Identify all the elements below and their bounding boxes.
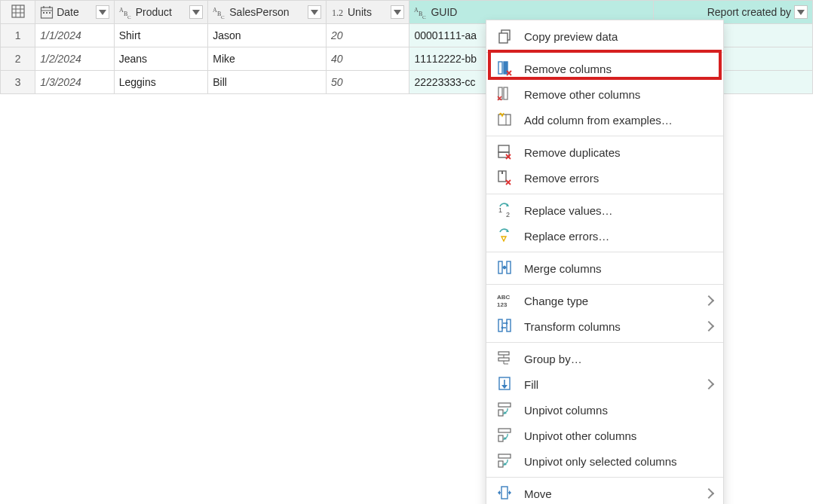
copy-icon [497,28,514,44]
remove-duplicates-icon [497,144,514,160]
column-label: Product [136,6,187,18]
remove-errors-icon [497,170,514,186]
text-type-icon [119,5,133,19]
cell-units[interactable]: 40 [326,47,409,71]
filter-button[interactable] [96,5,109,19]
menu-replace-values[interactable]: Replace values… [486,197,723,223]
column-label: Units [348,6,388,18]
row-number: 3 [1,71,35,94]
menu-fill[interactable]: Fill [486,371,723,397]
cell-product[interactable]: Jeans [114,47,208,71]
column-label: Report created by [658,6,791,18]
cell-units[interactable]: 20 [326,24,409,47]
column-label: GUID [431,6,649,18]
menu-remove-duplicates[interactable]: Remove duplicates [486,139,723,165]
menu-move[interactable]: Move [486,481,723,504]
chevron-right-icon [704,379,714,389]
group-by-icon [497,350,514,367]
menu-merge-columns[interactable]: Merge columns [486,255,723,281]
chevron-right-icon [704,295,714,306]
unpivot-icon [497,453,514,469]
row-number: 1 [1,24,35,47]
cell-date[interactable]: 1/2/2024 [35,47,114,71]
change-type-icon [497,292,514,309]
menu-add-column-from-examples[interactable]: Add column from examples… [486,107,723,133]
row-selector-header[interactable] [1,1,35,24]
replace-values-icon [497,202,514,218]
menu-change-type[interactable]: Change type [486,288,723,313]
chevron-right-icon [704,488,714,499]
transform-columns-icon [497,318,514,334]
cell-salesperson[interactable]: Bill [208,71,327,94]
add-column-icon [497,111,514,128]
cell-product[interactable]: Shirt [114,24,208,47]
cell-product[interactable]: Leggins [114,71,208,94]
column-header-date[interactable]: Date [35,1,114,24]
move-icon [497,485,514,502]
menu-separator [486,342,723,343]
unpivot-icon [497,427,514,444]
text-type-icon [213,5,226,19]
filter-button[interactable] [391,5,404,19]
menu-transform-columns[interactable]: Transform columns [486,313,723,339]
filter-button[interactable] [308,5,321,19]
filter-button[interactable] [189,5,203,19]
column-label: Date [57,6,92,18]
replace-errors-icon [497,228,514,244]
column-context-menu: Copy preview data Remove columns Remove … [486,20,724,504]
remove-other-columns-icon [497,86,514,102]
text-type-icon [414,5,428,19]
menu-separator [486,194,723,194]
merge-columns-icon [497,260,514,276]
number-type-icon [331,5,345,19]
column-header-salesperson[interactable]: SalesPerson [208,1,327,24]
cell-date[interactable]: 1/3/2024 [35,71,114,94]
calendar-icon [40,5,54,19]
menu-remove-other-columns[interactable]: Remove other columns [486,81,723,107]
menu-separator [486,252,723,252]
menu-remove-columns[interactable]: Remove columns [486,56,723,81]
remove-columns-icon [497,60,514,77]
cell-salesperson[interactable]: Mike [208,47,327,71]
table-icon [11,5,25,18]
row-number: 2 [1,47,35,71]
menu-separator [486,284,723,285]
fill-icon [497,376,514,393]
cell-date[interactable]: 1/1/2024 [35,24,114,47]
filter-button[interactable] [794,5,808,19]
cell-units[interactable]: 50 [326,71,409,94]
column-header-product[interactable]: Product [114,1,208,24]
menu-remove-errors[interactable]: Remove errors [486,165,723,191]
menu-replace-errors[interactable]: Replace errors… [486,223,723,249]
menu-group-by[interactable]: Group by… [486,346,723,371]
column-header-units[interactable]: Units [326,1,409,24]
menu-unpivot-columns[interactable]: Unpivot columns [486,397,723,423]
menu-copy-preview-data[interactable]: Copy preview data [486,23,723,49]
menu-separator [486,136,723,136]
chevron-right-icon [704,321,714,331]
menu-unpivot-only-selected[interactable]: Unpivot only selected columns [486,448,723,474]
cell-salesperson[interactable]: Jason [208,24,327,47]
menu-unpivot-other-columns[interactable]: Unpivot other columns [486,423,723,448]
unpivot-icon [497,402,514,418]
column-label: SalesPerson [229,6,305,18]
menu-separator [486,52,723,53]
menu-separator [486,477,723,478]
